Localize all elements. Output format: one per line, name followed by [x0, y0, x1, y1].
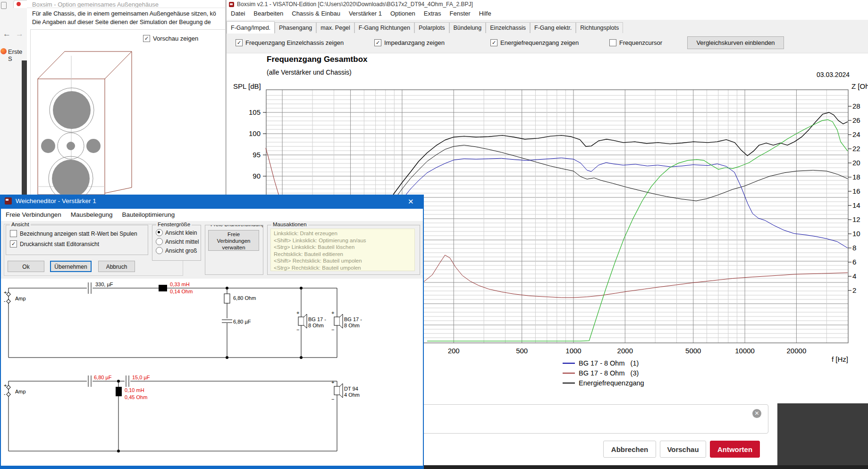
svg-text:BG 17 -: BG 17 - — [308, 316, 326, 322]
vorschau-button[interactable]: Vorschau — [660, 441, 706, 458]
z-tick-label: 14 — [852, 201, 860, 209]
svg-text:0,33 mH: 0,33 mH — [170, 281, 190, 287]
group-drahtverbindungen: Freie Drahtverbindunge Freie Verbindunge… — [205, 225, 263, 275]
svg-text:8 Ohm: 8 Ohm — [344, 323, 360, 328]
spl-tick-label: 90 — [253, 172, 261, 180]
legend-item: Energiefrequenzgang — [563, 379, 644, 387]
z-tick-label: 4 — [852, 272, 856, 280]
z-tick-label: 2 — [852, 286, 856, 294]
svg-text:8 Ohm: 8 Ohm — [308, 323, 324, 328]
svg-text:+: + — [331, 379, 334, 385]
curve-gesamtbox — [364, 112, 848, 244]
crossover-schematic[interactable]: + - Amp 330, µF 0,33 mH 0,14 Ohm — [1, 279, 423, 466]
group-fenstergroesse: Fenstergröße Ansicht klein Ansicht mitte… — [152, 225, 201, 261]
spl-tick-label: 95 — [253, 151, 261, 159]
freq-tick-label: 500 — [516, 347, 528, 355]
legend-item: BG 17 - 8 Ohm (3) — [563, 369, 644, 377]
svg-text:0,14 Ohm: 0,14 Ohm — [170, 289, 193, 294]
svg-text:BG 17 -: BG 17 - — [344, 316, 362, 322]
spl-tick-label: 100 — [249, 129, 261, 137]
svg-text:6,80 µF: 6,80 µF — [94, 375, 112, 380]
svg-text:−: − — [331, 327, 334, 333]
svg-text:DT 94: DT 94 — [344, 386, 358, 392]
speaker-bg17-2[interactable]: + − BG 17 - 8 Ohm — [331, 310, 362, 333]
dialog-close-icon[interactable]: ✕ — [408, 197, 414, 206]
uebernehmen-button[interactable]: Übernehmen — [50, 261, 92, 272]
close-icon[interactable]: ✕ — [752, 409, 761, 418]
svg-text:−: − — [331, 396, 334, 402]
z-tick-label: 24 — [852, 130, 860, 138]
rc-branch[interactable]: 6,80 Ohm 6,80 µF — [221, 287, 256, 359]
tab-f-gang-imped-[interactable]: F-Gang/Imped. — [227, 21, 275, 34]
coil-0.10mH[interactable]: 0,10 mH 0,45 Ohm — [116, 380, 147, 452]
freq-tick-label: 10000 — [735, 347, 755, 355]
capacitor-330uF[interactable]: 330, µF — [87, 281, 113, 294]
svg-text:4 Ohm: 4 Ohm — [344, 392, 360, 398]
svg-text:0,10 mH: 0,10 mH — [125, 387, 144, 393]
z-tick-label: 12 — [852, 215, 860, 223]
radio-icon[interactable] — [156, 238, 163, 245]
svg-text:15,0 µF: 15,0 µF — [132, 375, 150, 380]
freie-verbindungen-verwalten-button[interactable]: Freie Verbindungenverwalten — [208, 230, 259, 251]
group-ansicht: Ansicht Bezeichnung anzeigen statt R-Wer… — [6, 225, 148, 255]
freq-tick-label: 200 — [448, 347, 460, 355]
z-tick-label: 28 — [852, 102, 860, 110]
z-tick-label: 20 — [852, 159, 860, 167]
druckansicht-checkbox[interactable]: ✓ Druckansicht statt Editoransicht — [10, 240, 99, 247]
weicheneditor-dialog: Weicheneditor - Verstärker 1 ✕ Freie Ver… — [0, 195, 424, 469]
dialog-menu-bauteiloptimierung[interactable]: Bauteiloptimierung — [117, 209, 179, 220]
z-tick-label: 18 — [852, 173, 860, 181]
z-tick-label: 16 — [852, 187, 860, 195]
amp-label: Amp — [15, 389, 26, 394]
abbrechen-button[interactable]: Abbrechen — [603, 441, 656, 458]
reply-input[interactable] — [370, 404, 768, 434]
spl-tick-label: 105 — [249, 108, 261, 116]
z-tick-label: 10 — [852, 230, 860, 238]
ok-button[interactable]: Ok — [8, 261, 44, 272]
radio-icon[interactable] — [156, 247, 163, 254]
svg-text:+: + — [296, 310, 299, 316]
radio-icon[interactable] — [156, 229, 163, 236]
radio-ansicht-mittel[interactable]: Ansicht mittel — [156, 238, 199, 245]
antworten-button[interactable]: Antworten — [710, 441, 760, 458]
radio-ansicht-gross[interactable]: Ansicht groß — [156, 247, 197, 254]
circuit-1: + - Amp 330, µF 0,33 mH 0,14 Ohm — [4, 281, 362, 359]
dialog-menu-mausbelegung[interactable]: Mausbelegung — [66, 209, 118, 220]
mouse-actions-info: Linksklick: Draht erzeugen<Shift> Linksk… — [270, 229, 415, 271]
svg-text:0,45 Ohm: 0,45 Ohm — [125, 394, 147, 400]
z-tick-label: 26 — [852, 116, 860, 124]
legend-dash-icon — [563, 373, 575, 374]
svg-text:+: + — [331, 310, 334, 316]
capacitor-6.8uF[interactable]: 6,80 µF — [87, 375, 112, 387]
legend-dash-icon — [563, 383, 575, 384]
amp-label: Amp — [15, 296, 26, 301]
dialog-title: Weicheneditor - Verstärker 1 — [16, 197, 96, 205]
checkbox-icon[interactable]: ✓ — [10, 240, 17, 247]
z-tick-label: 22 — [852, 145, 860, 153]
speaker-bg17-1[interactable]: + − BG 17 - 8 Ohm — [296, 287, 326, 359]
svg-text:6,80 Ohm: 6,80 Ohm — [233, 295, 256, 301]
bezeichnung-checkbox[interactable]: Bezeichnung anzeigen statt R-Wert bei Sp… — [10, 230, 137, 237]
x-axis-label: f [Hz] — [802, 355, 848, 363]
curve-bg17-1 — [364, 158, 848, 261]
svg-text:6,80 µF: 6,80 µF — [233, 319, 251, 324]
svg-text:330, µF: 330, µF — [95, 281, 113, 287]
svg-text:−: − — [296, 327, 299, 333]
speaker-dt94[interactable]: + − DT 94 4 Ohm — [331, 379, 360, 402]
dialog-titlebar[interactable]: Weicheneditor - Verstärker 1 ✕ — [1, 195, 423, 209]
abbruch-button[interactable]: Abbruch — [98, 261, 135, 272]
z-tick-label: 8 — [852, 244, 856, 252]
group-mausaktionen: Mausaktionen Linksklick: Draht erzeugen<… — [267, 225, 420, 275]
radio-ansicht-klein[interactable]: Ansicht klein — [156, 229, 197, 236]
freq-tick-label: 1000 — [565, 347, 581, 355]
capacitor-15uF[interactable]: 15,0 µF — [125, 375, 150, 387]
dialog-menu-freie-verbindungen[interactable]: Freie Verbindungen — [1, 209, 66, 220]
z-tick-label: 6 — [852, 258, 856, 266]
dialog-options-panel: Ansicht Bezeichnung anzeigen statt R-Wer… — [1, 221, 423, 279]
legend-dash-icon — [563, 363, 575, 364]
svg-text:-: - — [4, 391, 6, 397]
chart-legend: BG 17 - 8 Ohm (1)BG 17 - 8 Ohm (3)Energi… — [563, 359, 644, 387]
checkbox-icon[interactable] — [10, 230, 17, 237]
weicheneditor-icon — [5, 197, 12, 205]
circuit-2: + - Amp 6,80 µF 0,10 mH 0,45 Ohm — [4, 375, 360, 452]
